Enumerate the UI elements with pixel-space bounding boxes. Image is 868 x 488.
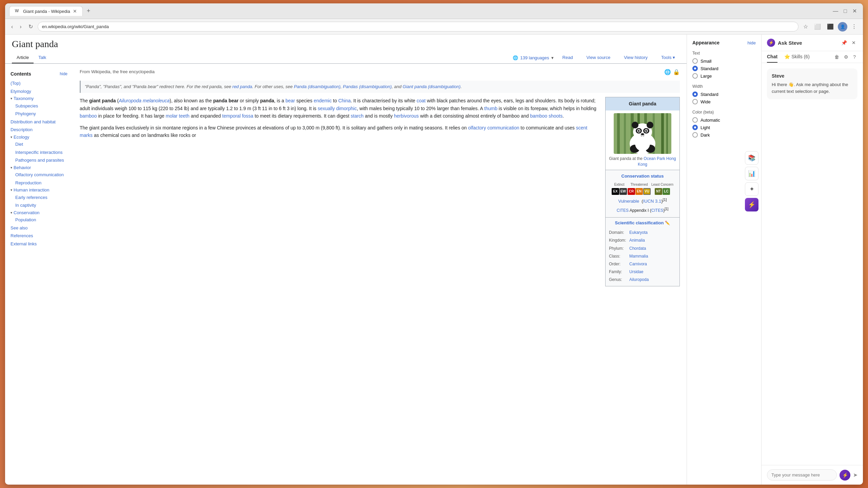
tab-view-source[interactable]: View source: [582, 52, 615, 63]
panda-disambig-link[interactable]: Panda (disambiguation): [294, 84, 340, 89]
width-wide-radio[interactable]: [692, 99, 698, 104]
starch-link[interactable]: starch: [351, 113, 363, 119]
china-link[interactable]: China: [338, 98, 351, 103]
extension-icon[interactable]: ⬜: [812, 22, 823, 31]
toc-item-etymology[interactable]: Etymology: [11, 87, 67, 96]
settings-icon-button[interactable]: ⚙: [842, 51, 850, 63]
tab-close-button[interactable]: ✕: [73, 8, 77, 14]
browser-tab[interactable]: W Giant panda - Wikipedia ✕: [9, 6, 83, 16]
endemic-link[interactable]: endemic: [314, 98, 332, 103]
ursidae-link[interactable]: Ursidae: [629, 269, 643, 274]
color-auto-radio[interactable]: [692, 117, 698, 123]
user-avatar[interactable]: 👤: [838, 22, 847, 32]
new-tab-button[interactable]: +: [84, 7, 93, 15]
toc-item-see-also[interactable]: See also: [11, 224, 67, 232]
toc-item-early-refs[interactable]: Early references: [11, 194, 67, 202]
ailuropoda-genus-link[interactable]: Ailuropoda: [629, 277, 649, 282]
send-purple-button[interactable]: ⚡: [840, 470, 850, 481]
width-standard-radio[interactable]: [692, 92, 698, 97]
tab-chat[interactable]: Chat: [767, 51, 777, 63]
toc-item-in-captivity[interactable]: In captivity: [11, 201, 67, 209]
iucn-link[interactable]: IUCN 3.1: [643, 199, 661, 204]
edit-icon[interactable]: ✏️: [665, 220, 670, 226]
sexually-dimorphic-link[interactable]: sexually dimorphic: [318, 106, 357, 111]
lightning-side-button[interactable]: ⚡: [745, 198, 758, 211]
ailuropoda-link[interactable]: Ailuropoda melanoleuca: [119, 98, 170, 103]
molar-link[interactable]: molar teeth: [166, 113, 190, 119]
sci-class-link[interactable]: Scientific classification: [615, 220, 664, 227]
giant-panda-disambig-link[interactable]: Giant panda (disambiguation): [403, 84, 461, 89]
address-bar[interactable]: [38, 22, 798, 32]
forward-button[interactable]: ›: [18, 22, 23, 31]
bookmark-icon[interactable]: ☆: [801, 22, 810, 31]
help-icon-button[interactable]: ?: [851, 51, 857, 63]
star-side-button[interactable]: ✦: [745, 182, 758, 196]
toc-item-olfactory[interactable]: Olfactory communication: [11, 171, 67, 179]
herbivorous-link[interactable]: herbivorous: [394, 113, 419, 119]
text-standard-option[interactable]: Standard: [692, 66, 756, 71]
languages-link[interactable]: 139 languages: [520, 55, 549, 60]
tab-read[interactable]: Read: [558, 52, 578, 63]
bamboo-link[interactable]: bamboo: [80, 113, 97, 119]
toc-item-reproduction[interactable]: Reproduction: [11, 179, 67, 187]
color-dark-radio[interactable]: [692, 132, 698, 138]
width-wide-option[interactable]: Wide: [692, 99, 756, 104]
tab-tools[interactable]: Tools ▾: [656, 52, 680, 63]
toc-item-description[interactable]: Description: [11, 126, 67, 134]
toc-item-subspecies[interactable]: Subspecies: [11, 102, 67, 110]
trash-icon-button[interactable]: 🗑: [833, 51, 841, 63]
tab-article[interactable]: Article: [12, 52, 34, 63]
pandas-disambig-link[interactable]: Pandas (disambiguation): [343, 84, 392, 89]
message-input[interactable]: [767, 469, 837, 481]
color-dark-option[interactable]: Dark: [692, 132, 756, 138]
olfactory-comm-link[interactable]: olfactory communication: [468, 125, 519, 130]
text-small-option[interactable]: Small: [692, 58, 756, 64]
bookmark-side-button[interactable]: 📚: [745, 151, 758, 165]
text-large-option[interactable]: Large: [692, 73, 756, 79]
minimize-button[interactable]: —: [831, 6, 840, 16]
toc-item-population[interactable]: Population: [11, 216, 67, 224]
mammalia-link[interactable]: Mammalia: [629, 254, 648, 259]
pin-button[interactable]: 📌: [840, 39, 849, 46]
animalia-link[interactable]: Animalia: [629, 238, 645, 243]
toc-item-human[interactable]: ▾ Human interaction: [11, 187, 67, 194]
maximize-button[interactable]: □: [842, 6, 849, 16]
back-button[interactable]: ‹: [9, 22, 15, 31]
color-light-option[interactable]: Light: [692, 125, 756, 130]
tab-talk[interactable]: Talk: [34, 52, 51, 63]
menu-button[interactable]: ⋮: [849, 22, 859, 31]
text-standard-radio[interactable]: [692, 66, 698, 71]
text-small-radio[interactable]: [692, 58, 698, 64]
chart-side-button[interactable]: 📊: [745, 167, 758, 180]
tab-view-history[interactable]: View history: [619, 52, 652, 63]
toc-item-external[interactable]: External links: [11, 240, 67, 248]
color-light-radio[interactable]: [692, 125, 698, 130]
eukaryota-link[interactable]: Eukaryota: [629, 230, 648, 235]
toc-item-pathogens[interactable]: Pathogens and parasites: [11, 156, 67, 164]
color-auto-option[interactable]: Automatic: [692, 117, 756, 123]
toc-item-references[interactable]: References: [11, 232, 67, 240]
send-button[interactable]: ➤: [853, 472, 857, 478]
toc-item-diet[interactable]: Diet: [11, 140, 67, 148]
toc-item-taxonomy[interactable]: ▾ Taxonomy: [11, 95, 67, 102]
toc-hide-button[interactable]: hide: [60, 72, 67, 76]
coat-link[interactable]: coat: [417, 98, 426, 103]
toc-item-ecology[interactable]: ▾ Ecology: [11, 134, 67, 141]
toc-item-phylogeny[interactable]: Phylogeny: [11, 110, 67, 118]
bear-link[interactable]: bear: [285, 98, 295, 103]
puzzle-icon[interactable]: ⬛: [825, 22, 836, 31]
cites-appendix-link[interactable]: CITES: [651, 208, 663, 213]
red-panda-link[interactable]: red panda: [232, 84, 252, 89]
ocean-park-link[interactable]: Ocean Park Hong Kong: [638, 156, 676, 167]
conservation-title[interactable]: Conservation status: [608, 173, 677, 180]
bamboo-shoots-link[interactable]: bamboo shoots: [530, 113, 563, 119]
window-close-button[interactable]: ✕: [850, 6, 859, 16]
toc-item-behavior[interactable]: ▾ Behavior: [11, 164, 67, 171]
chordata-link[interactable]: Chordata: [629, 246, 646, 251]
toc-item-top[interactable]: (Top): [11, 79, 67, 87]
toc-item-interspecific[interactable]: Interspecific interactions: [11, 148, 67, 157]
toc-item-distribution[interactable]: Distribution and habitat: [11, 118, 67, 126]
carnivora-link[interactable]: Carnivora: [629, 262, 647, 266]
toc-item-conservation[interactable]: ▾ Conservation: [11, 209, 67, 216]
width-standard-option[interactable]: Standard: [692, 92, 756, 97]
